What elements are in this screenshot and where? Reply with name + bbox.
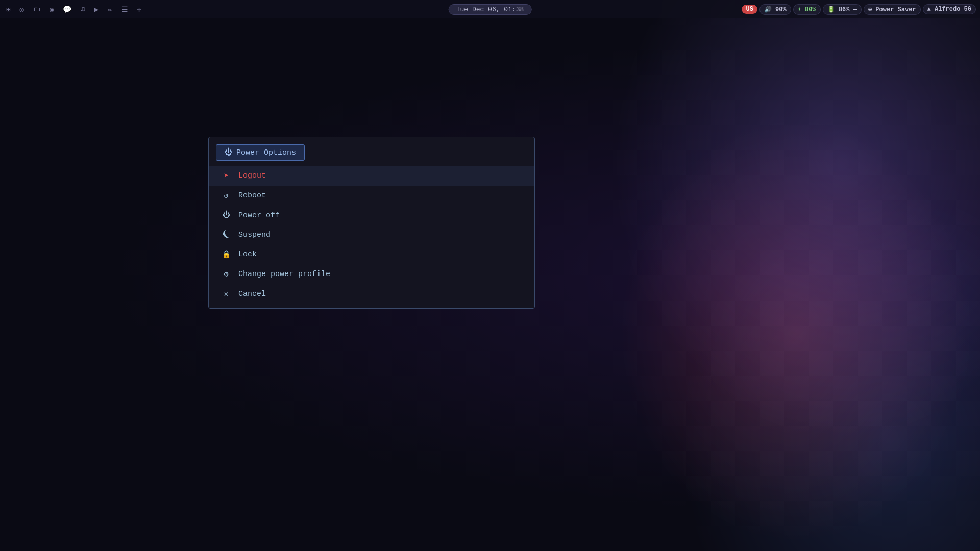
power-options-title: ⏻ Power Options [216, 144, 305, 161]
lock-item[interactable]: 🔒 Lock [209, 244, 534, 264]
reboot-item[interactable]: ↺ Reboot [209, 186, 534, 206]
logout-label: Logout [238, 171, 266, 180]
lock-icon: 🔒 [221, 249, 231, 259]
poweroff-icon: ⏻ [221, 211, 231, 220]
topbar-right: US 🔊 90% ☀ 80% 🔋 86% — ⊖ Power Saver ▲ A… [742, 4, 976, 15]
logout-item[interactable]: ➤ Logout [209, 166, 534, 186]
lock-label: Lock [238, 250, 257, 259]
keyboard-layout-badge[interactable]: US [742, 5, 757, 14]
edit-icon[interactable]: ✏ [106, 4, 114, 15]
power-saver-badge[interactable]: ⊖ Power Saver [864, 4, 921, 15]
logout-icon: ➤ [221, 171, 231, 181]
change-power-profile-item[interactable]: ⚙ Change power profile [209, 264, 534, 284]
clock-display: Tue Dec 06, 01:38 [449, 4, 532, 15]
chat-icon[interactable]: 💬 [61, 4, 74, 15]
battery-badge[interactable]: 🔋 86% — [823, 4, 862, 15]
volume-badge[interactable]: 🔊 90% [760, 4, 791, 15]
cancel-label: Cancel [238, 290, 266, 298]
poweroff-label: Power off [238, 211, 280, 220]
suspend-item[interactable]: ⏾ Suspend [209, 225, 534, 244]
power-profile-icon: ⚙ [221, 269, 231, 279]
plus-icon[interactable]: ✛ [135, 4, 143, 15]
music-icon[interactable]: ♫ [79, 4, 87, 14]
suspend-icon: ⏾ [221, 230, 231, 239]
power-options-dialog: ⏻ Power Options ➤ Logout ↺ Reboot ⏻ Powe… [208, 137, 535, 309]
cancel-item[interactable]: ✕ Cancel [209, 284, 534, 304]
list-icon[interactable]: ☰ [119, 4, 130, 15]
firefox-icon[interactable]: ◉ [47, 4, 56, 15]
power-title-text: Power Options [236, 148, 296, 157]
change-power-profile-label: Change power profile [238, 270, 330, 279]
topbar-center: Tue Dec 06, 01:38 [449, 5, 532, 14]
cancel-icon: ✕ [221, 289, 231, 299]
topbar: ⊞ ◎ 🗀 ◉ 💬 ♫ ▶ ✏ ☰ ✛ Tue Dec 06, 01:38 US… [0, 0, 980, 18]
reboot-label: Reboot [238, 191, 266, 200]
files-icon[interactable]: 🗀 [31, 4, 42, 14]
suspend-label: Suspend [238, 231, 271, 239]
topbar-left: ⊞ ◎ 🗀 ◉ 💬 ♫ ▶ ✏ ☰ ✛ [4, 4, 143, 15]
reboot-icon: ↺ [221, 191, 231, 201]
zen-icon[interactable]: ◎ [17, 4, 26, 15]
apps-icon[interactable]: ⊞ [4, 4, 12, 15]
brightness-badge[interactable]: ☀ 80% [793, 4, 821, 15]
video-icon[interactable]: ▶ [92, 4, 101, 15]
power-title-icon: ⏻ [225, 148, 232, 157]
wifi-badge[interactable]: ▲ Alfredo 5G [923, 4, 976, 14]
poweroff-item[interactable]: ⏻ Power off [209, 206, 534, 225]
power-options-list: ➤ Logout ↺ Reboot ⏻ Power off ⏾ Suspend … [209, 164, 534, 308]
skeleton-artwork [521, 0, 980, 551]
